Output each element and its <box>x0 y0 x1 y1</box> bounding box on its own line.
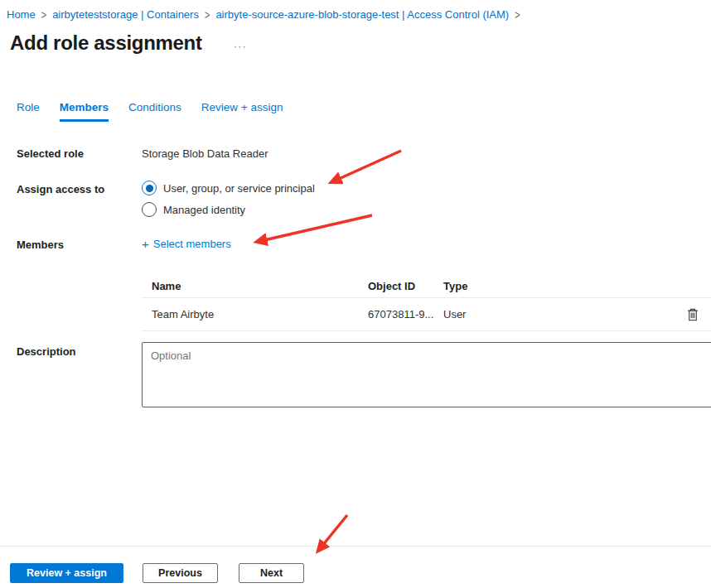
tab-review-assign[interactable]: Review + assign <box>201 101 283 122</box>
breadcrumb: Home > airbyteteststorage | Containers >… <box>7 8 520 21</box>
radio-option-managed-identity[interactable]: Managed identity <box>142 202 245 217</box>
tab-role[interactable]: Role <box>17 101 40 122</box>
table-row: Team Airbyte 67073811-9... User <box>142 298 711 331</box>
next-button[interactable]: Next <box>239 563 304 583</box>
breadcrumb-chevron-icon: > <box>515 8 520 21</box>
select-members-label: Select members <box>153 238 231 250</box>
radio-option-user-group-service-principal[interactable]: User, group, or service principal <box>142 181 315 195</box>
radio-selected-icon[interactable] <box>142 181 157 195</box>
add-role-assignment-page: { "colors": { "accent": "#0078d4", "link… <box>0 0 711 588</box>
description-label: Description <box>17 345 137 358</box>
radio-unselected-icon[interactable] <box>142 202 157 217</box>
select-members-link[interactable]: + Select members <box>142 238 231 250</box>
arrow-to-select-members <box>257 215 372 242</box>
breadcrumb-access-control-link[interactable]: airbyte-source-azure-blob-storage-test |… <box>215 8 509 21</box>
column-header-type: Type <box>443 280 674 292</box>
members-table-header: Name Object ID Type <box>142 274 711 298</box>
members-table: Name Object ID Type Team Airbyte 6707381… <box>142 274 711 331</box>
column-header-name: Name <box>152 280 368 292</box>
radio-option-label: User, group, or service principal <box>163 182 315 195</box>
tab-conditions[interactable]: Conditions <box>128 101 181 122</box>
footer-divider <box>0 546 711 547</box>
plus-icon: + <box>142 239 149 249</box>
selected-role-label: Selected role <box>17 147 137 160</box>
member-type-cell: User <box>443 308 674 321</box>
member-name-cell: Team Airbyte <box>152 308 368 321</box>
review-assign-button[interactable]: Review + assign <box>10 563 123 583</box>
description-input[interactable] <box>142 342 711 407</box>
radio-option-label: Managed identity <box>163 204 245 216</box>
delete-member-button[interactable] <box>685 306 700 323</box>
breadcrumb-chevron-icon: > <box>205 8 210 21</box>
breadcrumb-home-link[interactable]: Home <box>7 8 36 21</box>
members-label: Members <box>17 239 137 251</box>
page-title: Add role assignment <box>10 31 202 55</box>
breadcrumb-storage-containers-link[interactable]: airbyteteststorage | Containers <box>52 8 199 21</box>
assign-access-to-label: Assign access to <box>17 183 137 195</box>
selected-role-value: Storage Blob Data Reader <box>142 147 268 160</box>
tab-members[interactable]: Members <box>60 101 109 122</box>
column-header-object-id: Object ID <box>368 280 443 292</box>
arrow-to-radio-option <box>331 151 401 182</box>
page-header: Add role assignment ··· <box>10 31 247 55</box>
member-object-id-cell: 67073811-9... <box>368 308 443 321</box>
breadcrumb-chevron-icon: > <box>41 8 46 21</box>
tab-bar: Role Members Conditions Review + assign <box>17 101 283 122</box>
more-options-button[interactable]: ··· <box>234 41 248 52</box>
trash-icon <box>687 308 699 321</box>
previous-button[interactable]: Previous <box>143 563 218 583</box>
